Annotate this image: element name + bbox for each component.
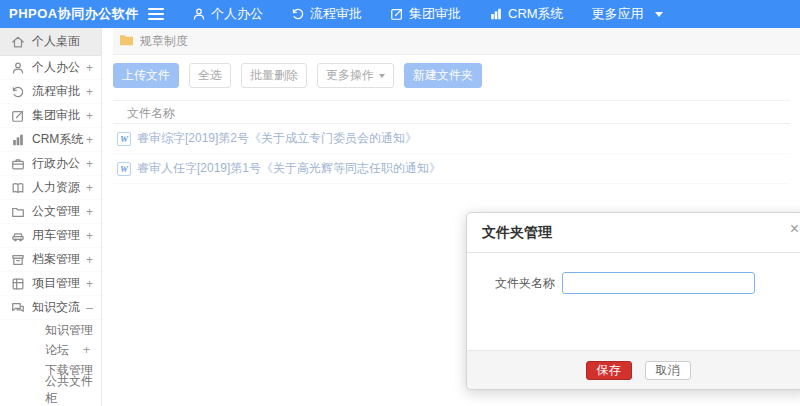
table-row[interactable]: W 睿审人任字[2019]第1号《关于高光辉等同志任职的通知》 bbox=[113, 154, 790, 184]
expand-plus-icon[interactable]: + bbox=[86, 61, 93, 75]
sidebar-item-group-approval[interactable]: 集团审批 + bbox=[0, 104, 101, 128]
file-table-header: 文件名称 bbox=[113, 100, 790, 124]
more-actions-dropdown[interactable]: 更多操作 bbox=[317, 63, 394, 88]
user-icon bbox=[11, 61, 25, 75]
sidebar-item-document-mgmt[interactable]: 公文管理 + bbox=[0, 200, 101, 224]
sidebar-item-workflow-approval[interactable]: 流程审批 + bbox=[0, 80, 101, 104]
nav-item-workflow-approval[interactable]: 流程审批 bbox=[291, 5, 362, 23]
bar-chart-icon bbox=[489, 7, 503, 21]
sidebar-subitem-knowledge-mgmt[interactable]: 知识管理 bbox=[0, 320, 101, 340]
table-row[interactable]: W 睿审综字[2019]第2号《关于成立专门委员会的通知》 bbox=[113, 124, 790, 154]
briefcase-icon bbox=[11, 157, 25, 171]
sidebar-subitem-public-file-cabinet[interactable]: 公共文件柜 bbox=[0, 380, 101, 400]
file-link[interactable]: 睿审人任字[2019]第1号《关于高光辉等同志任职的通知》 bbox=[137, 160, 441, 177]
expand-plus-icon[interactable]: + bbox=[86, 277, 93, 291]
file-link[interactable]: 睿审综字[2019]第2号《关于成立专门委员会的通知》 bbox=[137, 130, 417, 147]
dialog-header: 文件夹管理 × bbox=[467, 213, 800, 253]
expand-plus-icon[interactable]: + bbox=[86, 205, 93, 219]
folder-name-input[interactable] bbox=[562, 272, 755, 294]
folder-icon bbox=[11, 205, 25, 219]
sidebar-item-admin-office[interactable]: 行政办公 + bbox=[0, 152, 101, 176]
expand-plus-icon[interactable]: + bbox=[83, 343, 90, 357]
toolbar: 上传文件 全选 批量删除 更多操作 新建文件夹 bbox=[113, 55, 800, 96]
bar-chart-icon bbox=[11, 133, 25, 147]
sidebar-item-knowledge-exchange[interactable]: 知识交流 – bbox=[0, 296, 101, 320]
save-button[interactable]: 保存 bbox=[586, 361, 632, 380]
word-doc-icon: W bbox=[117, 162, 131, 176]
car-icon bbox=[11, 229, 25, 243]
cancel-button[interactable]: 取消 bbox=[645, 361, 691, 380]
nav-item-personal-office[interactable]: 个人办公 bbox=[192, 5, 263, 23]
edit-icon bbox=[11, 109, 25, 123]
nav-item-group-approval[interactable]: 集团审批 bbox=[390, 5, 461, 23]
batch-delete-button[interactable]: 批量删除 bbox=[241, 63, 307, 88]
collapse-minus-icon[interactable]: – bbox=[86, 301, 93, 315]
folder-manage-dialog: 文件夹管理 × 文件夹名称 保存 取消 bbox=[466, 212, 800, 390]
grid-icon bbox=[11, 277, 25, 291]
upload-file-button[interactable]: 上传文件 bbox=[113, 63, 179, 88]
top-navbar: PHPOA协同办公软件 个人办公 流程审批 集团审批 CRM系统 更多应用 bbox=[0, 0, 800, 28]
new-folder-button[interactable]: 新建文件夹 bbox=[404, 63, 482, 88]
nav-item-label: 个人办公 bbox=[211, 5, 263, 23]
nav-item-label: 流程审批 bbox=[310, 5, 362, 23]
history-icon bbox=[291, 7, 305, 21]
nav-item-label: CRM系统 bbox=[508, 5, 564, 23]
breadcrumb-label: 规章制度 bbox=[140, 33, 188, 50]
breadcrumb: 规章制度 bbox=[113, 28, 800, 55]
sidebar-subitem-forum[interactable]: 论坛 + bbox=[0, 340, 101, 360]
expand-plus-icon[interactable]: + bbox=[86, 109, 93, 123]
home-icon bbox=[11, 35, 25, 49]
sidebar: 个人桌面 个人办公 + 流程审批 + 集团审批 + CRM系统 + 行政办公 + bbox=[0, 28, 102, 406]
nav-item-label: 更多应用 bbox=[592, 5, 644, 23]
dialog-title: 文件夹管理 bbox=[482, 224, 552, 242]
dialog-body: 文件夹名称 bbox=[467, 253, 800, 350]
folder-icon bbox=[119, 32, 134, 50]
expand-plus-icon[interactable]: + bbox=[86, 229, 93, 243]
sidebar-item-vehicle-mgmt[interactable]: 用车管理 + bbox=[0, 224, 101, 248]
chat-icon bbox=[11, 301, 25, 315]
sidebar-item-personal-office[interactable]: 个人办公 + bbox=[0, 56, 101, 80]
app-logo: PHPOA协同办公软件 bbox=[0, 5, 140, 23]
file-table: 文件名称 W 睿审综字[2019]第2号《关于成立专门委员会的通知》 W 睿审人… bbox=[113, 100, 790, 184]
sidebar-item-project-mgmt[interactable]: 项目管理 + bbox=[0, 272, 101, 296]
book-icon bbox=[11, 181, 25, 195]
user-icon bbox=[192, 7, 206, 21]
select-all-button[interactable]: 全选 bbox=[189, 63, 231, 88]
folder-name-label: 文件夹名称 bbox=[491, 272, 555, 294]
hamburger-menu-icon[interactable] bbox=[148, 8, 164, 20]
dialog-footer: 保存 取消 bbox=[467, 350, 800, 389]
expand-plus-icon[interactable]: + bbox=[86, 157, 93, 171]
sidebar-item-crm[interactable]: CRM系统 + bbox=[0, 128, 101, 152]
sidebar-item-personal-desktop[interactable]: 个人桌面 bbox=[0, 28, 101, 56]
history-icon bbox=[11, 85, 25, 99]
close-icon[interactable]: × bbox=[790, 221, 799, 237]
expand-plus-icon[interactable]: + bbox=[86, 253, 93, 267]
sidebar-item-archive-mgmt[interactable]: 档案管理 + bbox=[0, 248, 101, 272]
word-doc-icon: W bbox=[117, 132, 131, 146]
sidebar-item-hr[interactable]: 人力资源 + bbox=[0, 176, 101, 200]
edit-icon bbox=[390, 7, 404, 21]
expand-plus-icon[interactable]: + bbox=[86, 85, 93, 99]
archive-icon bbox=[11, 253, 25, 267]
nav-item-label: 集团审批 bbox=[409, 5, 461, 23]
nav-item-crm[interactable]: CRM系统 bbox=[489, 5, 564, 23]
caret-down-icon bbox=[379, 74, 385, 78]
app-window: PHPOA协同办公软件 个人办公 流程审批 集团审批 CRM系统 更多应用 个人… bbox=[0, 0, 800, 406]
nav-item-more-apps[interactable]: 更多应用 bbox=[592, 5, 663, 23]
expand-plus-icon[interactable]: + bbox=[86, 181, 93, 195]
expand-plus-icon[interactable]: + bbox=[86, 133, 93, 147]
caret-down-icon bbox=[655, 12, 663, 17]
